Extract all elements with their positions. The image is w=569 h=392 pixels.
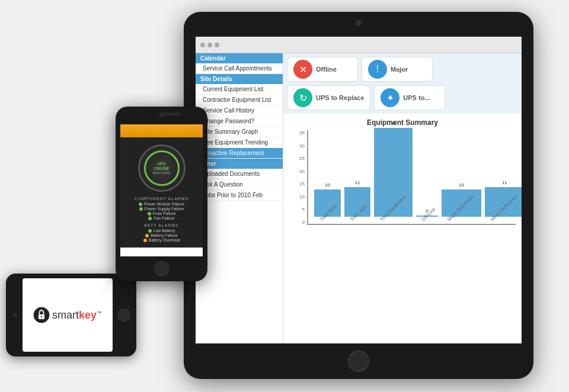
tablet-device: Calendar Service Call Appointments Site … [184, 12, 533, 379]
nav-contractor-equipment-list[interactable]: Contractor Equipment List [196, 95, 283, 105]
alarm-dot-power-supply [139, 207, 143, 211]
status-cards-row: ✕ Offline ! Major ↻ UPS to Replace ✦ UPS… [283, 53, 522, 114]
nav-current-equipment-list[interactable]: Current Equipment List [196, 84, 283, 95]
chart-title: Equipment Summary [289, 118, 516, 127]
alarm-dot-battery-failure [145, 234, 149, 237]
status-card-ups-replace[interactable]: ↻ UPS to Replace [287, 85, 370, 110]
y-label-25: 25 [289, 156, 305, 161]
alarm-label-power-module: Power Module Failure [144, 202, 184, 206]
y-label-15: 15 [289, 181, 305, 187]
tablet-screen: Calendar Service Call Appointments Site … [196, 37, 522, 343]
status-card-ups-other[interactable]: ✦ UPS to... [374, 85, 445, 110]
header-dot-3 [215, 43, 219, 47]
batt-alarms-title: BATT ALARMS [144, 223, 179, 227]
alarm-dot-power-module [139, 203, 142, 206]
phone-home-button[interactable] [154, 261, 170, 277]
phone-orange-bar [120, 124, 203, 137]
alarm-battery-failure: Battery Failure [145, 233, 178, 237]
smartkey-trademark: ™ [97, 310, 102, 316]
phone-app-body: UPSONLINE 90% LOAD COMPONENT ALARMS Powe… [120, 137, 203, 248]
offline-icon: ✕ [293, 60, 312, 79]
nav-other-header: Other [196, 159, 283, 169]
y-label-20: 20 [289, 169, 305, 174]
phone-screen: UPSONLINE 90% LOAD COMPONENT ALARMS Powe… [120, 124, 203, 256]
alarm-label-fuse: Fuse Failure [153, 211, 176, 216]
tablet-home-button[interactable] [348, 351, 369, 372]
bar-chart: 10 Total Sites 11 Total Jobs [307, 130, 516, 225]
alarm-label-battery-failure: Battery Failure [151, 233, 178, 237]
bar-minor-deficiency: 11 Minor Deficiency [485, 187, 522, 224]
alarm-fuse: Fuse Failure [148, 211, 176, 216]
nav-change-password[interactable]: Change Password? [196, 116, 283, 127]
smartkey-logo: smartkey™ [33, 307, 102, 323]
smartkey-text: smartkey™ [52, 309, 102, 322]
alarm-dot-battery-overheat [143, 239, 147, 242]
sidebar-nav: Calendar Service Call Appointments Site … [196, 53, 283, 343]
header-dot-1 [200, 43, 205, 47]
bar-offline: 0 Off-Line [416, 216, 437, 224]
bar-value-total-jobs: 11 [354, 180, 360, 185]
smartkey-bold-text: key [79, 309, 97, 321]
status-card-major[interactable]: ! Major [362, 57, 433, 82]
iphone-screen-landscape: smartkey™ [23, 278, 113, 352]
app-header [196, 37, 522, 53]
iphone-camera [13, 313, 17, 317]
ups-online-text: UPSONLINE [154, 162, 169, 172]
smartkey-light-text: smart [52, 309, 79, 321]
ups-other-icon: ✦ [381, 88, 399, 107]
nav-site-details-header: Site Details [196, 74, 283, 84]
nav-see-equipment-trending[interactable]: See Equipment Trending [196, 137, 283, 148]
nav-jobs-prior[interactable]: Jobs Prior to 2010 Feb [196, 190, 283, 201]
iphone-landscape-device: smartkey™ [6, 274, 136, 356]
alarm-power-supply: Power Supply Failure [139, 207, 184, 211]
iphone-home-button[interactable] [117, 309, 130, 322]
alarm-battery-overheat: Battery Overheat [143, 238, 180, 242]
ups-other-label: UPS to... [403, 94, 430, 101]
y-label-0: 0 [289, 220, 305, 225]
major-icon: ! [368, 60, 387, 79]
component-alarms-title: COMPONENT ALARMS [135, 197, 189, 201]
bar-total-sites: 10 Total Sites [314, 189, 341, 224]
ups-replace-icon: ↻ [293, 88, 312, 107]
nav-proactive-replacement[interactable]: Proactive Replacement [196, 148, 283, 159]
ups-load-text: 90% LOAD [152, 171, 170, 175]
nav-calendar-header: Calendar [196, 53, 283, 63]
major-label: Major [391, 66, 408, 73]
alarm-label-low-battery: Low Battery [154, 229, 175, 233]
alarm-label-fan: Fan Failure [154, 216, 174, 220]
phone-speaker [162, 113, 180, 115]
bar-major-deficiency: 10 Major Deficiency [442, 189, 481, 224]
nav-service-call-appointments[interactable]: Service Call Appointments [196, 63, 283, 74]
bar-value-minor-deficiency: 11 [502, 180, 507, 185]
alarm-label-battery-overheat: Battery Overheat [149, 238, 180, 242]
y-label-30: 30 [289, 143, 305, 149]
app-body: Calendar Service Call Appointments Site … [196, 53, 522, 343]
nav-ask-a-question[interactable]: Ask A Question [196, 179, 283, 190]
bar-total-jobs: 11 Total Jobs [344, 187, 370, 224]
smartphone-device: UPSONLINE 90% LOAD COMPONENT ALARMS Powe… [116, 107, 207, 281]
main-content: ✕ Offline ! Major ↻ UPS to Replace ✦ UPS… [283, 53, 522, 343]
y-label-5: 5 [289, 207, 305, 212]
tablet-camera [356, 20, 362, 26]
alarm-label-power-supply: Power Supply Failure [145, 207, 184, 211]
y-label-10: 10 [289, 194, 305, 200]
status-card-offline[interactable]: ✕ Offline [287, 57, 358, 82]
offline-label: Offline [316, 66, 337, 73]
y-label-35: 35 [289, 130, 305, 136]
smartkey-lock-icon [33, 307, 50, 323]
bar-value-total-sites: 10 [325, 182, 330, 188]
bar-value-total-equipment: 33 [391, 121, 396, 126]
svg-point-2 [41, 316, 42, 317]
alarm-dot-fuse [148, 212, 151, 216]
bar-value-major-deficiency: 10 [459, 182, 464, 188]
nav-site-summary-graph[interactable]: Site Summary Graph [196, 127, 283, 137]
alarm-low-battery: Low Battery [148, 229, 175, 233]
nav-service-call-history[interactable]: Service Call History [196, 105, 283, 116]
ups-gauge-inner: UPSONLINE 90% LOAD [144, 150, 180, 186]
alarm-dot-low-battery [148, 229, 152, 233]
alarm-power-module: Power Module Failure [139, 202, 184, 206]
nav-uploaded-documents[interactable]: Uploaded Documents [196, 169, 283, 179]
bar-label-offline: Off-Line [421, 207, 436, 222]
chart-area: Equipment Summary 35 30 25 20 15 10 5 0 [283, 114, 522, 343]
ups-gauge: UPSONLINE 90% LOAD [138, 144, 186, 192]
